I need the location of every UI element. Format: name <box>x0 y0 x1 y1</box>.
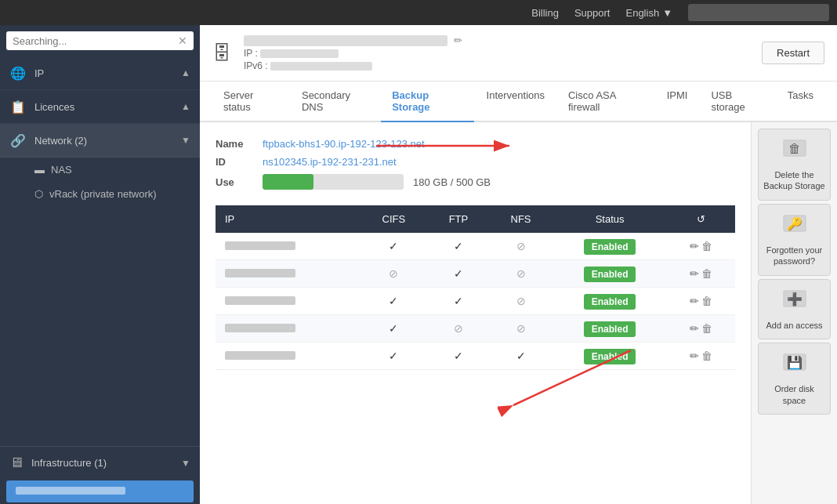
forgotten-password-button[interactable]: 🔑 Forgotten your password? <box>758 204 831 276</box>
ip-icon: 🌐 <box>9 64 27 82</box>
order-disk-icon: 💾 <box>782 351 807 379</box>
sidebar-item-ip[interactable]: 🌐 IP ▲ <box>0 56 200 90</box>
delete-btn-3[interactable]: 🗑 <box>701 295 712 307</box>
backup-id-label: ID <box>216 156 263 168</box>
nas-icon: ▬ <box>34 164 45 176</box>
language-arrow: ▼ <box>662 7 672 19</box>
sidebar-item-nas-label: NAS <box>51 164 72 176</box>
nfs-block-1: ⊘ <box>516 240 526 252</box>
order-disk-label: Order disk space <box>763 383 825 406</box>
backup-id-row: ID ns102345.ip-192-231-231.net <box>216 156 735 168</box>
delete-btn-1[interactable]: 🗑 <box>701 240 712 252</box>
backup-info-table: Name ftpback-bhs1-90.ip-192-123-123.net <box>216 138 735 190</box>
delete-btn-5[interactable]: 🗑 <box>701 350 712 362</box>
tab-interventions[interactable]: Interventions <box>476 82 556 122</box>
infrastructure-server-name <box>16 487 125 495</box>
action-panel: 🗑 Delete the Backup Storage 🔑 Forgotten … <box>751 122 837 504</box>
svg-text:💾: 💾 <box>787 355 803 370</box>
clear-search-icon[interactable]: ✕ <box>178 34 187 47</box>
top-navigation: Billing Support English ▼ <box>0 0 837 25</box>
infrastructure-icon: 🖥 <box>9 455 24 471</box>
backup-use-row: Use 180 GB / 500 GB <box>216 174 735 190</box>
access-table: IP CIFS FTP NFS Status ↺ <box>216 205 735 370</box>
edit-btn-3[interactable]: ✏ <box>690 295 699 307</box>
licences-arrow: ▲ <box>181 101 190 112</box>
edit-server-icon[interactable]: ✏ <box>454 34 462 46</box>
user-area[interactable] <box>688 4 829 21</box>
sidebar-item-licences[interactable]: 📋 Licences ▲ <box>0 90 200 124</box>
table-row: ✓ ✓ ⊘ Enabled ✏ 🗑 <box>216 233 735 260</box>
access-table-container: IP CIFS FTP NFS Status ↺ <box>216 205 735 370</box>
sidebar-item-nas[interactable]: ▬ NAS <box>0 158 200 182</box>
delete-backup-icon: 🗑 <box>782 137 807 165</box>
backup-use-label: Use <box>216 176 263 188</box>
search-input[interactable] <box>13 35 178 47</box>
status-badge-2: Enabled <box>584 267 636 282</box>
restart-button[interactable]: Restart <box>762 42 824 64</box>
content-body: Name ftpback-bhs1-90.ip-192-123-123.net <box>200 122 837 504</box>
add-access-button[interactable]: ➕ Add an access <box>758 279 831 339</box>
add-access-label: Add an access <box>766 320 822 331</box>
ftp-block-4: ⊘ <box>454 322 463 335</box>
svg-text:🗑: 🗑 <box>788 142 801 155</box>
refresh-header-icon: ↺ <box>697 213 705 225</box>
server-ip <box>260 49 339 58</box>
delete-backup-button[interactable]: 🗑 Delete the Backup Storage <box>758 129 831 201</box>
progress-bar-outer <box>263 174 404 190</box>
forgotten-password-label: Forgotten your password? <box>763 245 825 267</box>
edit-btn-1[interactable]: ✏ <box>690 240 699 252</box>
edit-btn-4[interactable]: ✏ <box>690 322 699 335</box>
backup-progress: 180 GB / 500 GB <box>263 174 491 190</box>
ip-arrow: ▲ <box>181 67 190 78</box>
table-row: ✓ ✓ ✓ Enabled ✏ 🗑 <box>216 343 735 370</box>
ftp-check-3: ✓ <box>454 295 463 307</box>
col-ip: IP <box>216 205 360 233</box>
server-info: ✏ IP : IPv6 : <box>244 34 749 71</box>
ip-cell-3 <box>225 296 295 305</box>
server-icon: 🗄 <box>212 42 231 64</box>
delete-btn-4[interactable]: 🗑 <box>701 322 712 335</box>
nfs-block-3: ⊘ <box>516 295 526 307</box>
table-row: ✓ ✓ ⊘ Enabled ✏ 🗑 <box>216 288 735 315</box>
progress-text: 180 GB / 500 GB <box>413 176 491 188</box>
backup-content: Name ftpback-bhs1-90.ip-192-123-123.net <box>200 122 751 504</box>
sidebar-item-network[interactable]: 🔗 Network (2) ▼ <box>0 124 200 158</box>
network-icon: 🔗 <box>9 132 27 149</box>
billing-link[interactable]: Billing <box>531 7 559 19</box>
status-badge-5: Enabled <box>584 349 636 364</box>
table-row: ✓ ⊘ ⊘ Enabled ✏ 🗑 <box>216 315 735 343</box>
tab-backup-storage[interactable]: Backup Storage <box>381 82 473 122</box>
add-access-icon: ➕ <box>782 288 807 315</box>
tab-usb-storage[interactable]: USB storage <box>700 82 774 122</box>
content-area: 🗄 ✏ IP : IPv6 : Restart <box>200 25 837 504</box>
delete-btn-2[interactable]: 🗑 <box>701 267 712 280</box>
language-selector[interactable]: English ▼ <box>625 7 672 19</box>
status-badge-1: Enabled <box>584 239 636 255</box>
status-badge-3: Enabled <box>584 294 636 310</box>
ftp-check-2: ✓ <box>454 267 463 280</box>
tab-cisco-asa[interactable]: Cisco ASA firewall <box>557 82 654 122</box>
tab-ipmi[interactable]: IPMI <box>656 82 699 122</box>
edit-btn-5[interactable]: ✏ <box>690 350 699 362</box>
cifs-check-3: ✓ <box>389 295 398 307</box>
tab-secondary-dns[interactable]: Secondary DNS <box>291 82 379 122</box>
infrastructure-active-item[interactable] <box>6 480 194 502</box>
sidebar-item-infrastructure[interactable]: 🖥 Infrastructure (1) ▼ <box>0 446 200 479</box>
backup-id-value[interactable]: ns102345.ip-192-231-231.net <box>263 156 397 168</box>
tab-tasks[interactable]: Tasks <box>777 82 824 122</box>
nfs-block-4: ⊘ <box>516 322 526 335</box>
tab-server-status[interactable]: Server status <box>212 82 289 122</box>
backup-name-value[interactable]: ftpback-bhs1-90.ip-192-123-123.net <box>263 138 425 150</box>
sidebar-item-licences-label: Licences <box>34 101 181 113</box>
search-bar[interactable]: ✕ <box>6 31 194 50</box>
support-link[interactable]: Support <box>574 7 611 19</box>
tab-bar: Server status Secondary DNS Backup Stora… <box>200 82 837 122</box>
ip-cell-4 <box>225 324 295 332</box>
sidebar-item-vrack[interactable]: ⬡ vRack (private network) <box>0 182 200 206</box>
table-row: ⊘ ✓ ⊘ Enabled ✏ 🗑 <box>216 260 735 288</box>
cifs-block-2: ⊘ <box>389 267 398 280</box>
sidebar: ✕ 🌐 IP ▲ 📋 Licences ▲ 🔗 Network (2) ▼ ▬ … <box>0 25 200 504</box>
order-disk-button[interactable]: 💾 Order disk space <box>758 343 831 415</box>
edit-btn-2[interactable]: ✏ <box>690 267 699 280</box>
cifs-check-4: ✓ <box>389 322 398 335</box>
